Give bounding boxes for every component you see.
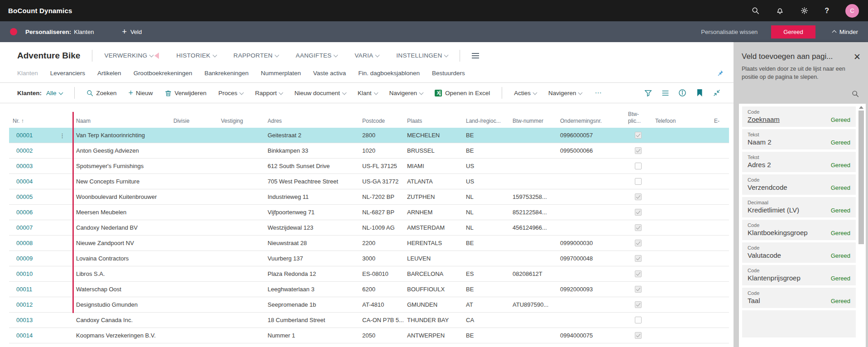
column-header[interactable]: Btw-plic...	[624, 111, 652, 128]
field-name[interactable]: Kredietlimiet (LV)	[748, 206, 799, 214]
menu-item[interactable]: VERWERKING	[104, 52, 159, 59]
cell-nr[interactable]: 00009 ⋮	[9, 255, 72, 262]
cell-nr[interactable]: 00003 ⋮	[9, 163, 72, 169]
cell-nr[interactable]: 00005 ⋮	[9, 193, 72, 200]
report-menu[interactable]: Rapport	[255, 90, 283, 96]
field-name[interactable]: Klantboekingsgroep	[748, 229, 808, 236]
column-header[interactable]: Naam	[72, 118, 170, 128]
cell-nr[interactable]: 00013 ⋮	[9, 317, 72, 323]
new-button[interactable]: + Nieuw	[129, 89, 153, 97]
open-in-excel-button[interactable]: X Openen in Excel	[435, 90, 490, 96]
column-header[interactable]: Vestiging	[217, 118, 264, 128]
table-row[interactable]: 00007 ⋮ Candoxy Nederland BV Westzijdewa…	[9, 220, 729, 236]
field-card[interactable]: Tekst Adres 2 Gereed	[742, 152, 856, 172]
pin-icon[interactable]	[716, 69, 724, 79]
clear-personalization-button[interactable]: Personalisatie wissen	[701, 29, 758, 35]
menu-item[interactable]: HISTORIEK	[176, 52, 216, 59]
menu-item[interactable]: RAPPORTEN	[234, 52, 278, 59]
close-icon[interactable]: ✕	[854, 53, 861, 61]
tab[interactable]: Leveranciers	[50, 69, 85, 77]
column-header[interactable]: Postcode	[359, 118, 403, 128]
field-card[interactable]: Code Valutacode Gereed	[742, 242, 856, 263]
field-name[interactable]: Naam 2	[748, 138, 772, 146]
field-name[interactable]: Adres 2	[748, 161, 771, 169]
tab[interactable]: Bestuurders	[432, 69, 465, 77]
filter-dropdown[interactable]: Alle	[46, 90, 62, 96]
cell-nr[interactable]: 00004 ⋮	[9, 178, 72, 185]
cell-nr[interactable]: 00010 ⋮	[9, 270, 72, 277]
panel-search-icon[interactable]	[852, 90, 859, 99]
field-name[interactable]: Taal	[748, 297, 760, 304]
settings-gear-icon[interactable]	[800, 7, 808, 15]
tab[interactable]: Vaste activa	[313, 69, 346, 77]
tab[interactable]: Fin. dagboeksjablonen	[358, 69, 420, 77]
notifications-bell-icon[interactable]	[776, 7, 784, 15]
navigate-menu-2[interactable]: Navigeren	[548, 90, 582, 96]
tab[interactable]: Nummerplaten	[261, 69, 301, 77]
delete-button[interactable]: Verwijderen	[165, 90, 207, 96]
field-card[interactable]: Code Zoeknaam Gereed	[742, 106, 856, 127]
column-header[interactable]: Nr. ↑	[9, 118, 72, 128]
cell-nr[interactable]: 00012 ⋮	[9, 301, 72, 308]
info-icon[interactable]	[678, 89, 686, 97]
field-card[interactable]: Code Verzendcode Gereed	[742, 174, 856, 195]
filter-icon[interactable]	[644, 89, 652, 97]
cell-nr[interactable]: 00001 ⋮	[9, 132, 72, 139]
process-menu[interactable]: Proces	[218, 90, 243, 96]
cell-nr[interactable]: 00011 ⋮	[9, 286, 72, 293]
table-row[interactable]: 00013 ⋮ Candoxy Canada Inc. 18 Cumberlan…	[9, 313, 729, 328]
column-header[interactable]: Ondernemingsnr.	[556, 118, 624, 128]
cell-nr[interactable]: 00002 ⋮	[9, 147, 72, 154]
cell-nr[interactable]: 00007 ⋮	[9, 224, 72, 231]
column-header[interactable]: Divisie	[170, 118, 217, 128]
done-button[interactable]: Gereed	[771, 25, 815, 39]
table-row[interactable]: 00002 ⋮ Anton Geestig Adviezen Binkkampe…	[9, 143, 729, 159]
column-header[interactable]: Telefoon	[652, 118, 710, 128]
navigate-menu[interactable]: Navigeren	[389, 90, 423, 96]
tab[interactable]: Grootboekrekeningen	[134, 69, 192, 77]
table-row[interactable]: 00014 ⋮ Koopmans Verzekeringen B.V. Numm…	[9, 328, 729, 343]
customer-menu[interactable]: Klant	[358, 90, 378, 96]
actions-menu[interactable]: Acties	[514, 90, 537, 96]
cell-nr[interactable]: 00006 ⋮	[9, 209, 72, 216]
column-header[interactable]: E-	[710, 118, 729, 128]
field-card[interactable]: Code Klantenprijsgroep Gereed	[742, 265, 856, 285]
table-row[interactable]: 00011 ⋮ Waterschap Oost Leeghwaterlaan 3…	[9, 282, 729, 297]
column-header[interactable]: Land-/regioc...	[462, 118, 509, 128]
field-card[interactable]: Tekst Naam 2 Gereed	[742, 129, 856, 149]
menu-item[interactable]: AANGIFTES	[296, 52, 337, 59]
menu-item[interactable]: INSTELLINGEN	[396, 52, 448, 59]
list-layout-icon[interactable]	[661, 89, 669, 97]
more-options-icon[interactable]: ⋯	[595, 89, 602, 97]
table-row[interactable]: 00010 ⋮ Libros S.A. Plaza Redonda 12 ES-…	[9, 266, 729, 282]
cell-nr[interactable]: 00014 ⋮	[9, 332, 72, 339]
table-row[interactable]: 00009 ⋮ Lovaina Contractors Vuurberg 137…	[9, 251, 729, 266]
scroll-up-icon[interactable]	[859, 106, 863, 109]
add-field-button[interactable]: + Veld	[122, 28, 142, 36]
table-row[interactable]: 00004 ⋮ New Concepts Furniture 705 West …	[9, 174, 729, 189]
search-button[interactable]: Zoeken	[86, 90, 117, 96]
table-row[interactable]: 00001 ⋮ Van Terp Kantoorinrichting Geite…	[9, 128, 729, 143]
cell-nr[interactable]: 00008 ⋮	[9, 240, 72, 246]
collapse-icon[interactable]	[713, 89, 721, 97]
tab[interactable]: Klanten	[17, 69, 38, 77]
new-document-menu[interactable]: Nieuw document	[294, 90, 346, 96]
scrollbar-thumb[interactable]	[858, 111, 864, 244]
menu-overflow-icon[interactable]	[472, 53, 479, 58]
show-less-button[interactable]: Minder	[830, 29, 858, 35]
field-card[interactable]: Code Taal Gereed	[742, 288, 856, 308]
field-name[interactable]: Zoeknaam	[748, 116, 780, 123]
menu-item[interactable]: VARIA	[355, 52, 379, 59]
tab[interactable]: Artikelen	[97, 69, 121, 77]
bookmark-icon[interactable]	[695, 89, 704, 97]
row-menu-icon[interactable]: ⋮	[59, 132, 65, 139]
field-name[interactable]: Klantenprijsgroep	[748, 274, 801, 282]
table-row[interactable]: 00006 ⋮ Meersen Meubelen Vijfpoortenweg …	[9, 205, 729, 220]
column-header[interactable]: Adres	[264, 118, 359, 128]
field-name[interactable]: Verzendcode	[748, 183, 787, 191]
column-header[interactable]: Plaats	[403, 118, 462, 128]
tab[interactable]: Bankrekeningen	[204, 69, 249, 77]
column-header[interactable]: Btw-nummer	[509, 118, 556, 128]
table-row[interactable]: 00003 ⋮ Spotsmeyer's Furnishings 612 Sou…	[9, 159, 729, 174]
field-card[interactable]: Code Klantboekingsgroep Gereed	[742, 220, 856, 240]
